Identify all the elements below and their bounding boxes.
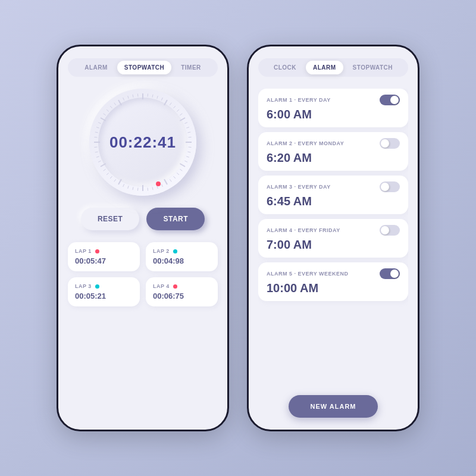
tab-stopwatch-right[interactable]: STOPWATCH: [346, 61, 400, 74]
lap-card-2: LAP 2 00:04:98: [146, 242, 218, 271]
alarm-header-2: ALARM 2 · EVERY MONDAY: [267, 138, 400, 149]
lap-card-1: LAP 1 00:05:47: [68, 242, 140, 271]
svg-line-25: [164, 179, 167, 184]
svg-line-36: [114, 179, 116, 181]
svg-line-19: [184, 161, 187, 162]
svg-line-3: [157, 96, 158, 99]
lap-time-1: 00:05:47: [75, 256, 133, 265]
stopwatch-controls: RESET START: [68, 208, 218, 230]
svg-line-4: [161, 98, 162, 101]
svg-line-1: [148, 93, 148, 96]
alarm-card-4: ALARM 4 · EVERY FRIDAY7:00 AM: [258, 219, 408, 258]
svg-line-49: [98, 123, 101, 124]
alarm-time-2: 6:20 AM: [267, 151, 400, 165]
svg-line-40: [101, 164, 106, 167]
lap-time-3: 00:05:21: [75, 292, 133, 300]
alarm-toggle-1[interactable]: [380, 95, 400, 105]
lap-time-4: 00:06:75: [153, 292, 211, 300]
svg-line-28: [152, 187, 153, 190]
svg-line-41: [98, 161, 101, 162]
alarm-label-1: ALARM 1 · EVERY DAY: [267, 97, 331, 103]
svg-line-20: [180, 164, 185, 167]
lap-time-2: 00:04:98: [153, 256, 211, 265]
svg-line-9: [180, 114, 182, 115]
tab-clock-right[interactable]: CLOCK: [267, 61, 303, 74]
svg-line-22: [177, 173, 179, 175]
svg-line-6: [170, 103, 171, 105]
svg-line-39: [104, 169, 106, 171]
alarm-card-3: ALARM 3 · EVERY DAY6:45 AM: [258, 176, 408, 214]
svg-line-11: [184, 123, 187, 124]
stopwatch-tab-bar: ALARM STOPWATCH TIMER: [68, 58, 218, 77]
new-alarm-button[interactable]: NEW ALARM: [289, 395, 377, 418]
lap-card-4: LAP 4 00:06:75: [146, 277, 218, 306]
svg-line-7: [174, 106, 176, 108]
svg-line-8: [177, 109, 179, 111]
svg-line-24: [170, 179, 171, 181]
svg-line-21: [180, 169, 182, 171]
lap-label-4: LAP 4: [153, 283, 211, 289]
start-button[interactable]: START: [146, 208, 205, 230]
stopwatch-phone: ALARM STOPWATCH TIMER /* ticks rendered …: [57, 45, 229, 431]
alarm-card-5: ALARM 5 · EVERY WEEKEND10:00 AM: [258, 262, 408, 301]
tab-stopwatch-left[interactable]: STOPWATCH: [117, 61, 171, 74]
svg-line-12: [186, 127, 189, 129]
alarm-header-3: ALARM 3 · EVERY DAY: [267, 181, 400, 192]
alarm-time-4: 7:00 AM: [267, 238, 400, 252]
lap-dot-1: [95, 249, 99, 253]
svg-line-14: [189, 137, 192, 137]
svg-line-31: [137, 188, 138, 191]
alarm-toggle-4[interactable]: [380, 225, 400, 236]
alarm-toggle-2[interactable]: [380, 138, 400, 149]
svg-line-37: [110, 176, 112, 178]
alarm-phone: CLOCK ALARM STOPWATCH ALARM 1 · EVERY DA…: [247, 45, 419, 431]
lap-dot-2: [173, 249, 177, 253]
alarm-list: ALARM 1 · EVERY DAY6:00 AMALARM 2 · EVER…: [258, 89, 408, 388]
svg-line-54: [114, 103, 116, 105]
lap-grid: LAP 1 00:05:47 LAP 2 00:04:98 LAP 3 00:0…: [68, 242, 218, 306]
svg-line-5: [164, 100, 167, 105]
svg-line-2: [152, 95, 153, 98]
svg-line-38: [107, 173, 109, 175]
tab-alarm-right[interactable]: ALARM: [306, 61, 343, 74]
alarm-header-5: ALARM 5 · EVERY WEEKEND: [267, 268, 400, 279]
alarm-time-1: 6:00 AM: [267, 108, 400, 121]
svg-line-34: [123, 184, 124, 187]
lap-label-1: LAP 1: [75, 248, 133, 254]
dial-indicator-dot: [156, 181, 161, 186]
svg-line-32: [133, 187, 133, 190]
alarm-toggle-5[interactable]: [380, 268, 400, 279]
alarm-card-2: ALARM 2 · EVERY MONDAY6:20 AM: [258, 132, 408, 171]
svg-line-43: [95, 152, 98, 152]
stopwatch-dial[interactable]: /* ticks rendered via JS below */ 00:22:…: [89, 89, 196, 196]
alarm-label-4: ALARM 4 · EVERY FRIDAY: [267, 227, 340, 233]
reset-button[interactable]: RESET: [81, 208, 140, 230]
svg-line-51: [104, 114, 106, 115]
svg-line-52: [107, 109, 109, 111]
svg-line-42: [96, 156, 99, 158]
alarm-header-1: ALARM 1 · EVERY DAY: [267, 95, 400, 105]
alarm-card-1: ALARM 1 · EVERY DAY6:00 AM: [258, 89, 408, 127]
alarm-label-3: ALARM 3 · EVERY DAY: [267, 184, 331, 190]
svg-line-18: [186, 156, 189, 158]
svg-line-17: [187, 152, 190, 152]
alarm-header-4: ALARM 4 · EVERY FRIDAY: [267, 225, 400, 236]
alarm-label-2: ALARM 2 · EVERY MONDAY: [267, 140, 344, 146]
svg-line-59: [137, 93, 138, 96]
lap-card-3: LAP 3 00:05:21: [68, 277, 140, 306]
stopwatch-time: 00:22:41: [109, 133, 176, 152]
svg-line-26: [161, 184, 162, 187]
lap-label-3: LAP 3: [75, 283, 133, 289]
alarm-time-5: 10:00 AM: [267, 281, 400, 295]
svg-line-46: [94, 137, 97, 137]
tab-timer-left[interactable]: TIMER: [174, 61, 208, 74]
svg-line-53: [110, 106, 112, 108]
alarm-time-3: 6:45 AM: [267, 195, 400, 208]
tab-alarm-left[interactable]: ALARM: [77, 61, 115, 74]
alarm-label-5: ALARM 5 · EVERY WEEKEND: [267, 271, 349, 277]
dial-container: /* ticks rendered via JS below */ 00:22:…: [68, 89, 218, 196]
svg-line-48: [96, 127, 99, 129]
svg-line-58: [133, 95, 133, 98]
svg-line-57: [128, 96, 129, 99]
alarm-toggle-3[interactable]: [380, 181, 400, 192]
